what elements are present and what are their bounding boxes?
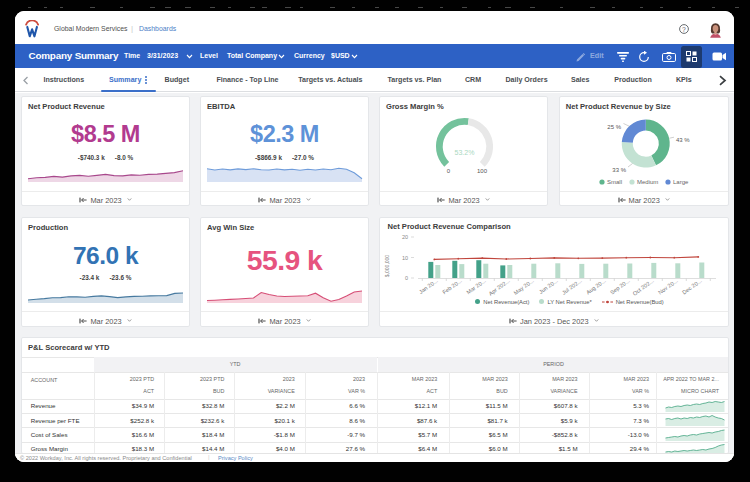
svg-text:53.2%: 53.2%	[455, 149, 475, 156]
svg-text:Small: Small	[607, 179, 622, 185]
svg-text:33 %: 33 %	[612, 167, 626, 173]
svg-text:?: ?	[682, 26, 686, 33]
svg-text:Large: Large	[673, 179, 689, 185]
svg-text:0: 0	[405, 275, 408, 281]
svg-text:10: 10	[402, 254, 408, 260]
svg-text:25 %: 25 %	[607, 124, 621, 130]
svg-text:Medium: Medium	[637, 179, 658, 185]
svg-text:$,000,000: $,000,000	[384, 254, 390, 276]
svg-text:20: 20	[402, 234, 408, 240]
svg-text:0: 0	[447, 168, 451, 174]
svg-text:100: 100	[477, 168, 488, 174]
svg-text:43 %: 43 %	[676, 137, 690, 143]
